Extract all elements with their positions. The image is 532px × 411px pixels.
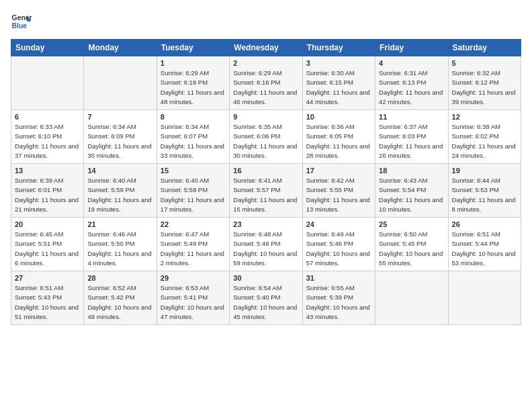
day-info: Sunrise: 6:51 AMSunset: 5:43 PMDaylight:…: [15, 283, 80, 322]
calendar-week-row: 1Sunrise: 6:29 AMSunset: 6:18 PMDaylight…: [11, 56, 521, 110]
day-info: Sunrise: 6:30 AMSunset: 6:15 PMDaylight:…: [306, 68, 371, 107]
daylight-text: Daylight: 11 hours and 2 minutes.: [161, 250, 224, 267]
day-number: 20: [15, 220, 80, 228]
daylight-text: Daylight: 10 hours and 55 minutes.: [379, 250, 443, 267]
sunrise-text: Sunrise: 6:51 AM: [452, 230, 500, 238]
day-info: Sunrise: 6:46 AMSunset: 5:50 PMDaylight:…: [87, 230, 152, 268]
day-number: 10: [306, 113, 371, 121]
calendar-week-row: 13Sunrise: 6:39 AMSunset: 6:01 PMDayligh…: [11, 164, 521, 218]
sunset-text: Sunset: 6:12 PM: [452, 79, 499, 86]
sunset-text: Sunset: 6:01 PM: [15, 186, 62, 193]
sunset-text: Sunset: 5:42 PM: [87, 293, 134, 301]
calendar-cell: 4Sunrise: 6:31 AMSunset: 6:13 PMDaylight…: [375, 56, 448, 110]
calendar-cell: 28Sunrise: 6:52 AMSunset: 5:42 PMDayligh…: [84, 271, 157, 325]
day-info: Sunrise: 6:36 AMSunset: 6:05 PMDaylight:…: [306, 122, 371, 161]
page-header: General Blue: [11, 11, 521, 32]
day-info: Sunrise: 6:34 AMSunset: 6:09 PMDaylight:…: [87, 122, 152, 161]
sunset-text: Sunset: 5:50 PM: [87, 240, 134, 247]
daylight-text: Daylight: 10 hours and 53 minutes.: [452, 250, 516, 267]
day-info: Sunrise: 6:51 AMSunset: 5:44 PMDaylight:…: [452, 230, 517, 268]
day-info: Sunrise: 6:32 AMSunset: 6:12 PMDaylight:…: [452, 68, 517, 107]
daylight-text: Daylight: 11 hours and 24 minutes.: [452, 142, 516, 159]
calendar-week-row: 6Sunrise: 6:33 AMSunset: 6:10 PMDaylight…: [11, 110, 521, 164]
sunrise-text: Sunrise: 6:43 AM: [379, 177, 427, 184]
sunset-text: Sunset: 5:48 PM: [233, 240, 280, 247]
logo-icon: General Blue: [11, 11, 32, 32]
day-info: Sunrise: 6:40 AMSunset: 5:59 PMDaylight:…: [87, 176, 152, 214]
daylight-text: Daylight: 11 hours and 39 minutes.: [452, 89, 516, 105]
weekday-header: Wednesday: [230, 40, 302, 56]
daylight-text: Daylight: 11 hours and 21 minutes.: [15, 196, 79, 213]
day-info: Sunrise: 6:53 AMSunset: 5:41 PMDaylight:…: [161, 283, 226, 322]
sunrise-text: Sunrise: 6:41 AM: [233, 177, 281, 184]
daylight-text: Daylight: 11 hours and 17 minutes.: [161, 196, 224, 213]
sunrise-text: Sunrise: 6:53 AM: [161, 284, 209, 291]
day-info: Sunrise: 6:44 AMSunset: 5:53 PMDaylight:…: [452, 176, 517, 214]
daylight-text: Daylight: 10 hours and 45 minutes.: [233, 304, 297, 320]
sunrise-text: Sunrise: 6:29 AM: [233, 69, 281, 77]
daylight-text: Daylight: 11 hours and 35 minutes.: [87, 142, 151, 159]
sunrise-text: Sunrise: 6:37 AM: [379, 123, 427, 130]
sunrise-text: Sunrise: 6:30 AM: [306, 69, 355, 77]
day-info: Sunrise: 6:31 AMSunset: 6:13 PMDaylight:…: [379, 68, 444, 107]
sunrise-text: Sunrise: 6:35 AM: [233, 123, 281, 130]
calendar-cell: [375, 271, 448, 325]
day-number: 3: [306, 59, 371, 67]
sunset-text: Sunset: 5:46 PM: [306, 240, 353, 247]
daylight-text: Daylight: 11 hours and 15 minutes.: [233, 196, 297, 213]
daylight-text: Daylight: 11 hours and 30 minutes.: [233, 142, 297, 159]
day-info: Sunrise: 6:54 AMSunset: 5:40 PMDaylight:…: [233, 283, 298, 322]
logo: General Blue: [11, 11, 32, 32]
calendar-cell: 20Sunrise: 6:45 AMSunset: 5:51 PMDayligh…: [11, 218, 84, 271]
calendar-cell: [84, 56, 157, 110]
daylight-text: Daylight: 11 hours and 26 minutes.: [379, 142, 443, 159]
daylight-text: Daylight: 11 hours and 48 minutes.: [161, 89, 224, 105]
sunset-text: Sunset: 6:03 PM: [379, 132, 426, 140]
calendar-table: SundayMondayTuesdayWednesdayThursdayFrid…: [11, 39, 521, 325]
day-info: Sunrise: 6:38 AMSunset: 6:02 PMDaylight:…: [452, 122, 517, 161]
day-number: 16: [233, 167, 298, 175]
daylight-text: Daylight: 11 hours and 44 minutes.: [306, 89, 370, 105]
day-info: Sunrise: 6:47 AMSunset: 5:49 PMDaylight:…: [161, 230, 226, 268]
daylight-text: Daylight: 10 hours and 49 minutes.: [87, 304, 151, 320]
sunset-text: Sunset: 6:09 PM: [87, 132, 134, 140]
calendar-cell: 19Sunrise: 6:44 AMSunset: 5:53 PMDayligh…: [448, 164, 521, 218]
sunset-text: Sunset: 5:53 PM: [452, 186, 499, 193]
daylight-text: Daylight: 11 hours and 4 minutes.: [87, 250, 151, 267]
weekday-header: Monday: [84, 40, 157, 56]
calendar-cell: 17Sunrise: 6:42 AMSunset: 5:55 PMDayligh…: [302, 164, 375, 218]
day-number: 2: [233, 59, 298, 67]
calendar-cell: 9Sunrise: 6:35 AMSunset: 6:06 PMDaylight…: [230, 110, 302, 164]
day-info: Sunrise: 6:41 AMSunset: 5:57 PMDaylight:…: [233, 176, 298, 214]
daylight-text: Daylight: 10 hours and 43 minutes.: [306, 304, 370, 320]
sunrise-text: Sunrise: 6:38 AM: [452, 123, 500, 130]
weekday-header: Thursday: [302, 40, 375, 56]
daylight-text: Daylight: 11 hours and 46 minutes.: [233, 89, 297, 105]
day-number: 25: [379, 220, 444, 228]
sunrise-text: Sunrise: 6:44 AM: [452, 177, 500, 184]
calendar-cell: 8Sunrise: 6:34 AMSunset: 6:07 PMDaylight…: [157, 110, 229, 164]
sunrise-text: Sunrise: 6:42 AM: [306, 177, 355, 184]
day-info: Sunrise: 6:29 AMSunset: 6:18 PMDaylight:…: [161, 68, 226, 107]
day-number: 15: [161, 167, 226, 175]
day-info: Sunrise: 6:48 AMSunset: 5:48 PMDaylight:…: [233, 230, 298, 268]
day-number: 30: [233, 274, 298, 282]
sunset-text: Sunset: 5:58 PM: [161, 186, 208, 193]
calendar-cell: 11Sunrise: 6:37 AMSunset: 6:03 PMDayligh…: [375, 110, 448, 164]
day-info: Sunrise: 6:42 AMSunset: 5:55 PMDaylight:…: [306, 176, 371, 214]
calendar-week-row: 20Sunrise: 6:45 AMSunset: 5:51 PMDayligh…: [11, 218, 521, 271]
sunset-text: Sunset: 5:55 PM: [306, 186, 353, 193]
sunset-text: Sunset: 6:10 PM: [15, 132, 62, 140]
sunrise-text: Sunrise: 6:52 AM: [87, 284, 136, 291]
sunrise-text: Sunrise: 6:51 AM: [15, 284, 63, 291]
calendar-cell: 18Sunrise: 6:43 AMSunset: 5:54 PMDayligh…: [375, 164, 448, 218]
sunrise-text: Sunrise: 6:47 AM: [161, 230, 209, 238]
weekday-header: Sunday: [11, 40, 84, 56]
sunrise-text: Sunrise: 6:36 AM: [306, 123, 355, 130]
sunrise-text: Sunrise: 6:50 AM: [379, 230, 427, 238]
sunrise-text: Sunrise: 6:48 AM: [233, 230, 281, 238]
daylight-text: Daylight: 10 hours and 59 minutes.: [233, 250, 297, 267]
svg-text:Blue: Blue: [12, 22, 28, 30]
day-number: 27: [15, 274, 80, 282]
sunset-text: Sunset: 6:06 PM: [233, 132, 280, 140]
